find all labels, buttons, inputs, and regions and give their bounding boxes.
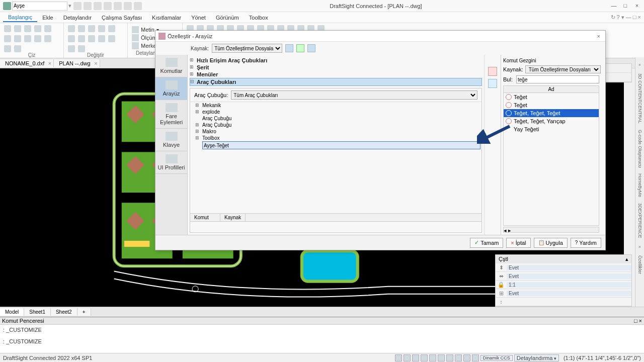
cmdwin-body[interactable]: : _CUSTOMIZE : _CUSTOMIZE (0, 325, 644, 346)
dialog-sidebar: Komutlar Arayüz Fare Eylemleri Klavye UI… (155, 55, 188, 235)
layout-tab-model[interactable]: Model (0, 308, 24, 316)
delete-icon[interactable] (488, 67, 497, 76)
layer-combo[interactable] (12, 2, 67, 11)
ui-tree[interactable]: Hızlı Erişim Araç Çubukları Şerit Menüle… (190, 57, 482, 86)
status-icon[interactable] (446, 354, 453, 361)
minimize-button[interactable]: — (610, 3, 618, 10)
cmdwin-controls[interactable]: □ × (634, 318, 642, 324)
list-item: Araç Çubuğu (190, 115, 481, 122)
close-icon[interactable]: × (94, 60, 97, 66)
status-icon[interactable] (455, 354, 462, 361)
undo-icon[interactable] (124, 2, 132, 10)
cmdexp-hscroll[interactable]: ◂ ▸ (503, 227, 599, 233)
properties-panel: Çştl▴ ⬍Evet ⬌Evet 🔒1:1 ⊞Evet ↕ (495, 254, 632, 307)
toolbar-label: Araç Çubuğu: (194, 92, 228, 98)
tab-calisma[interactable]: Çalışma Sayfası (97, 14, 147, 22)
result-item: Teğet (504, 93, 599, 101)
rail-tab-homebyme[interactable]: HomeByMe (637, 173, 642, 197)
save-icon[interactable] (94, 2, 102, 10)
new-icon[interactable] (73, 2, 82, 10)
tab-gorunum[interactable]: Görünüm (211, 14, 244, 22)
tangent-icon (506, 110, 512, 116)
sidebar-fare[interactable]: Fare Eylemleri (155, 100, 187, 129)
rail-tab-ozellikler[interactable]: Özellikler (637, 255, 642, 274)
command-table: KomutKaynak (190, 213, 481, 232)
tab-ekle[interactable]: Ekle (37, 14, 58, 22)
sidebar-klavye[interactable]: Klavye (155, 129, 187, 151)
dialog-close-button[interactable]: × (595, 33, 602, 39)
layout-tab-sheet2[interactable]: Sheet2 (51, 308, 77, 316)
print-icon[interactable] (114, 2, 122, 10)
cmdexp-search-input[interactable] (516, 75, 599, 83)
open-file-icon[interactable] (285, 44, 293, 52)
ok-button[interactable]: ✓Tamam (470, 238, 503, 248)
help-button[interactable]: ? Yardım (571, 238, 601, 248)
dimension-icon[interactable] (132, 34, 139, 41)
app-icon (3, 2, 11, 10)
doc-tab-0[interactable]: NONAME_0.dxf× (0, 59, 54, 67)
tangent-icon (506, 118, 512, 124)
dropdown-icon[interactable]: ▾ (68, 3, 71, 9)
toolbar-list[interactable]: Mekanik explode Araç Çubuğu Araç Çubuğu … (190, 102, 481, 213)
svg-rect-20 (302, 251, 358, 282)
toolbar-name-input[interactable] (202, 141, 480, 149)
rail-tab-3dx[interactable]: 3DEXPERIENCE (637, 203, 642, 238)
status-icon[interactable] (395, 354, 402, 361)
redo-icon[interactable] (134, 2, 142, 10)
text-icon[interactable] (132, 26, 139, 33)
tangent-icon (506, 102, 512, 108)
tab-toolbox[interactable]: Toolbox (244, 14, 273, 22)
open-icon[interactable] (84, 2, 92, 10)
tab-kisitlamalar[interactable]: Kısıtlamalar (147, 14, 186, 22)
collapse-icon[interactable]: ▴ (625, 256, 628, 262)
rail-close-icon[interactable]: × (638, 244, 641, 249)
tab-yonet[interactable]: Yönet (186, 14, 211, 22)
prop-icon: ⊞ (496, 290, 507, 297)
menubar-right: ↻ ? ▾ — □ × (611, 14, 641, 21)
rail-close-icon[interactable]: × (638, 62, 641, 67)
rail-tab-gcode[interactable]: G-code Oluşturucu (637, 130, 642, 168)
status-icon[interactable] (412, 354, 419, 361)
add-icon[interactable] (488, 79, 497, 88)
result-item: Yay Teğeti (504, 125, 599, 133)
source-select[interactable]: Tüm Özelleştirme Dosyaları (212, 44, 282, 53)
ribbon-tabs: Başlangıç Ekle Detaylandır Çalışma Sayfa… (0, 12, 644, 23)
centerline-icon[interactable] (132, 42, 139, 49)
status-icon[interactable] (429, 354, 436, 361)
titlebar: ▾ DraftSight Connected - [PLAN --.dwg] —… (0, 0, 644, 12)
sidebar-ui-profil[interactable]: UI Profilleri (155, 151, 187, 174)
settings-icon[interactable] (307, 44, 315, 52)
cancel-button[interactable]: ×İptal (506, 238, 530, 248)
lock-icon: 🔒 (496, 282, 507, 288)
status-icon[interactable] (404, 354, 411, 361)
cmdexp-title: Komut Gezgini (503, 57, 599, 64)
status-icon[interactable] (438, 354, 445, 361)
toolbar-select[interactable]: Tüm Araç Çubukları (231, 90, 477, 100)
tab-baslangic[interactable]: Başlangıç (3, 13, 37, 22)
status-icon[interactable] (472, 354, 479, 361)
status-btn-detay[interactable]: Detaylandırma ▾ (514, 354, 559, 361)
close-icon[interactable]: × (48, 60, 51, 66)
dialog-title: Özelleştir - Arayüz (168, 33, 595, 39)
layout-tab-add[interactable]: + (77, 308, 91, 316)
status-icon[interactable] (463, 354, 470, 361)
tab-detaylandir[interactable]: Detaylandır (58, 14, 97, 22)
command-window: Komut Penceresi□ × : _CUSTOMIZE : _CUSTO… (0, 317, 644, 353)
cmdexp-col-header[interactable]: Ad (503, 85, 599, 93)
maximize-button[interactable]: □ (621, 3, 629, 10)
customize-dialog: Özelleştir - Arayüz × Kaynak: Tüm Özelle… (155, 30, 606, 250)
apply-button[interactable]: 📋 Uygula (534, 238, 568, 248)
rail-tab-3dcc[interactable]: 3D CONTENTCENTRAL (637, 73, 642, 124)
layout-tab-sheet1[interactable]: Sheet1 (24, 308, 51, 316)
sidebar-arayuz[interactable]: Arayüz (155, 77, 187, 100)
refresh-icon[interactable] (296, 44, 304, 52)
status-icon[interactable] (421, 354, 428, 361)
doc-tab-1[interactable]: PLAN --.dwg× (54, 59, 100, 67)
close-button[interactable]: × (633, 3, 641, 10)
cmdexp-source-select[interactable]: Tüm Özelleştirme Dosyaları (525, 65, 601, 73)
dialog-icon (158, 33, 166, 40)
status-btn-ccs[interactable]: Dinamik CCS (480, 355, 513, 361)
cmdexp-results[interactable]: Teğet Teğet Teğet, Teğet, Teğet Teğet, T… (503, 93, 599, 226)
sidebar-komutlar[interactable]: Komutlar (155, 55, 187, 77)
saveall-icon[interactable] (104, 2, 112, 10)
